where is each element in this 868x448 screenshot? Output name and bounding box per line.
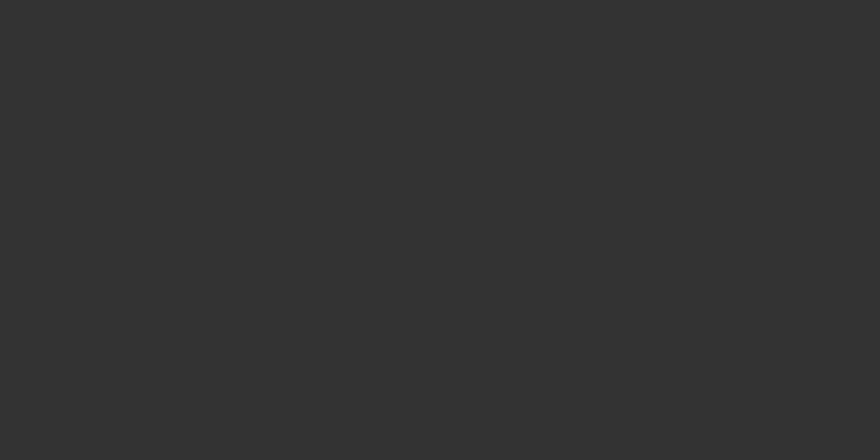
- charts-root: [0, 0, 868, 448]
- saturation-sweeps-page: [0, 0, 868, 448]
